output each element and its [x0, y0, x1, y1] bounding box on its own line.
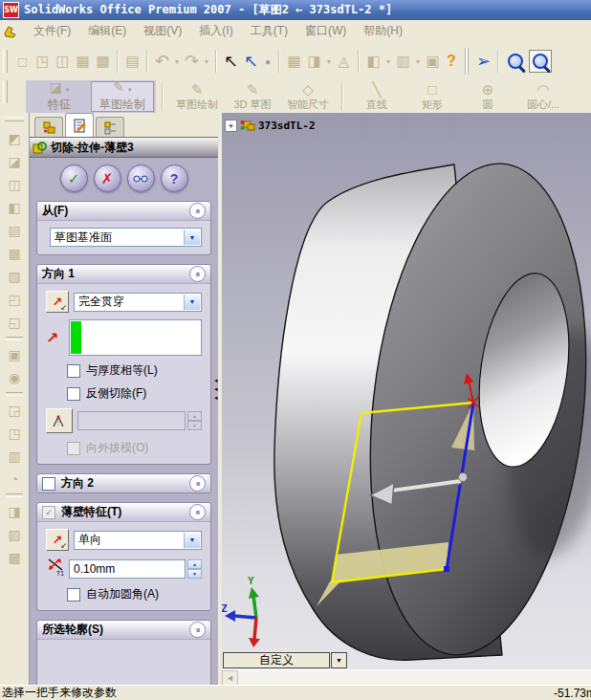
feature-tool-icon[interactable]: ◨ — [3, 500, 26, 523]
auto-fillet-option[interactable]: 自动加圆角(A) — [67, 586, 202, 602]
save-icon[interactable]: ◫ — [53, 53, 73, 70]
tangent-arc-button[interactable]: ◡ 切 — [571, 80, 591, 113]
end-condition-select[interactable]: 完全贯穿 ▼ — [74, 293, 202, 312]
equal-thickness-option[interactable]: 与厚度相等(L) — [67, 362, 202, 379]
redo-icon[interactable]: ↷ — [182, 51, 202, 72]
model-canvas[interactable]: Y Z X — [222, 113, 591, 685]
tree-item-label[interactable]: 373sdTL-2 — [258, 120, 316, 132]
dropdown-arrow-icon[interactable]: ▼ — [184, 533, 200, 548]
checkbox-icon[interactable] — [67, 387, 80, 401]
feature-tool-icon[interactable]: ▩ — [3, 546, 26, 569]
feature-tool-icon[interactable]: ◳ — [3, 422, 26, 445]
toolbar-grip[interactable] — [5, 117, 24, 121]
rectangle-button[interactable]: □ 矩形 — [405, 80, 460, 113]
direction-reference-listbox[interactable] — [69, 319, 202, 356]
rebuild-icon[interactable]: ◬ — [334, 53, 354, 70]
preview-button[interactable] — [127, 164, 155, 192]
undo-icon[interactable]: ↶ — [152, 51, 172, 72]
spin-down-icon[interactable]: ▼ — [187, 569, 202, 579]
feature-tool-icon[interactable]: ◫ — [3, 173, 26, 196]
expand-icon[interactable]: « — [189, 475, 206, 492]
spin-up-icon[interactable]: ▲ — [187, 559, 202, 569]
display-style-icon[interactable]: ◧ — [363, 53, 383, 70]
view-settings-dropdown-icon[interactable]: ▾ — [413, 57, 423, 66]
flip-side-option[interactable]: 反侧切除(F) — [67, 385, 202, 402]
feature-tool-icon[interactable]: ◧ — [3, 196, 26, 219]
toolbar-grip[interactable] — [3, 50, 8, 73]
collapse-icon[interactable]: « — [189, 504, 206, 520]
tab-property-manager[interactable] — [65, 113, 94, 137]
reverse-thin-direction-button[interactable]: ↗ ↙ — [46, 529, 69, 551]
menu-help[interactable]: 帮助(H) — [355, 21, 411, 41]
sketch-grid-icon[interactable]: ▦ — [284, 53, 304, 70]
magnifying-ball-icon[interactable]: ● — [261, 56, 274, 67]
zoom-area-button[interactable] — [529, 50, 552, 73]
menu-insert[interactable]: 插入(I) — [190, 21, 241, 41]
dropdown-arrow-icon[interactable]: ▼ — [184, 295, 200, 310]
combo-dropdown-button[interactable]: ▼ — [331, 652, 347, 668]
scroll-left-button[interactable]: ◄ — [222, 670, 238, 685]
thickness-spinner[interactable]: ▲ ▼ — [187, 559, 202, 579]
cancel-button[interactable]: ✗ — [94, 164, 121, 192]
redo-dropdown-icon[interactable]: ▾ — [202, 57, 211, 66]
panel-splitter[interactable]: ◂ ◂ ◂ — [214, 376, 218, 402]
feature-tool-icon[interactable]: ◰ — [3, 288, 26, 311]
collapse-icon[interactable]: « — [189, 266, 206, 282]
ok-button[interactable]: ✓ — [60, 164, 88, 192]
group-from-header[interactable]: 从(F) « — [37, 202, 210, 221]
menu-view[interactable]: 视图(V) — [135, 21, 190, 41]
group-thin-feature-header[interactable]: ✓ 薄壁特征(T) « — [37, 503, 210, 522]
open-icon[interactable]: ◳ — [33, 53, 53, 70]
tab-configuration-manager[interactable] — [96, 117, 124, 137]
selection-filter-icon[interactable]: ↖ — [241, 51, 261, 72]
feature-tool-icon[interactable]: ▨ — [3, 523, 26, 546]
checkbox-icon[interactable] — [67, 364, 80, 378]
feature-tool-icon[interactable]: ◔ — [3, 468, 26, 491]
zoom-fit-button[interactable] — [504, 50, 527, 73]
feature-tool-icon[interactable]: ◩ — [3, 127, 26, 150]
tab-sketch[interactable]: ✎ ▾ 草图绘制 — [91, 81, 154, 112]
feature-tool-icon[interactable]: ◱ — [3, 311, 26, 334]
line-button[interactable]: ╲ 直线 — [349, 80, 405, 113]
group-direction2-header[interactable]: 方向 2 « — [37, 474, 210, 492]
tree-expand-icon[interactable]: + — [225, 120, 237, 132]
drag-handle[interactable] — [459, 473, 468, 482]
sketch-3d-button[interactable]: ✎ 3D 草图 — [225, 80, 280, 113]
print-icon[interactable]: ▤ — [122, 53, 142, 70]
dropdown-arrow-icon[interactable]: ▼ — [184, 230, 200, 245]
dimension-dropdown-icon[interactable]: ▾ — [324, 57, 334, 66]
group-direction1-header[interactable]: 方向 1 « — [37, 265, 210, 284]
feature-tool-icon[interactable]: ◪ — [3, 150, 26, 173]
task-pane-icon[interactable]: ▣ — [423, 53, 443, 70]
feature-tool-icon[interactable]: ▤ — [3, 219, 26, 242]
help-icon[interactable]: ? — [443, 53, 460, 70]
view-orientation-icon[interactable]: ➢ — [473, 51, 493, 72]
expand-icon[interactable]: « — [189, 622, 206, 638]
thickness-field[interactable]: 0.10mm — [69, 559, 186, 579]
feature-tool-icon[interactable]: ◉ — [3, 366, 26, 389]
tab-feature-manager[interactable] — [34, 117, 63, 137]
new-icon[interactable]: □ — [12, 54, 33, 70]
menu-file[interactable]: 文件(F) — [25, 21, 79, 41]
feature-tool-icon[interactable]: ▧ — [3, 265, 26, 288]
make-assembly-icon[interactable]: ▩ — [93, 53, 113, 70]
undo-dropdown-icon[interactable]: ▾ — [172, 57, 182, 66]
horizontal-scrollbar[interactable]: ◄ — [222, 669, 591, 685]
checkbox-checked-icon[interactable]: ✓ — [42, 506, 55, 519]
menu-tools[interactable]: 工具(T) — [242, 21, 296, 41]
menu-window[interactable]: 窗口(W) — [296, 21, 355, 41]
thin-type-select[interactable]: 单向 ▼ — [74, 531, 202, 550]
feature-tool-icon[interactable]: ▦ — [3, 242, 26, 265]
sketch-vertex[interactable] — [444, 566, 449, 572]
feature-tool-icon[interactable]: ◲ — [3, 399, 26, 422]
help-button[interactable]: ? — [161, 164, 188, 192]
group-selected-contours-header[interactable]: 所选轮廓(S) « — [37, 621, 210, 640]
select-icon[interactable]: ↖ — [221, 51, 241, 72]
custom-view-combo[interactable]: 自定义 — [223, 652, 330, 668]
menu-edit[interactable]: 编辑(E) — [79, 21, 135, 41]
graphics-viewport[interactable]: Y Z X + 373sdTL-2 自定义 ▼ — [222, 113, 591, 685]
smart-dimension-button[interactable]: ◇ 智能尺寸 — [280, 80, 336, 113]
feature-tool-icon[interactable]: ▥ — [3, 445, 26, 468]
sketch-button[interactable]: ✎ 草图绘制 — [169, 80, 225, 113]
collapse-icon[interactable]: « — [189, 203, 206, 219]
